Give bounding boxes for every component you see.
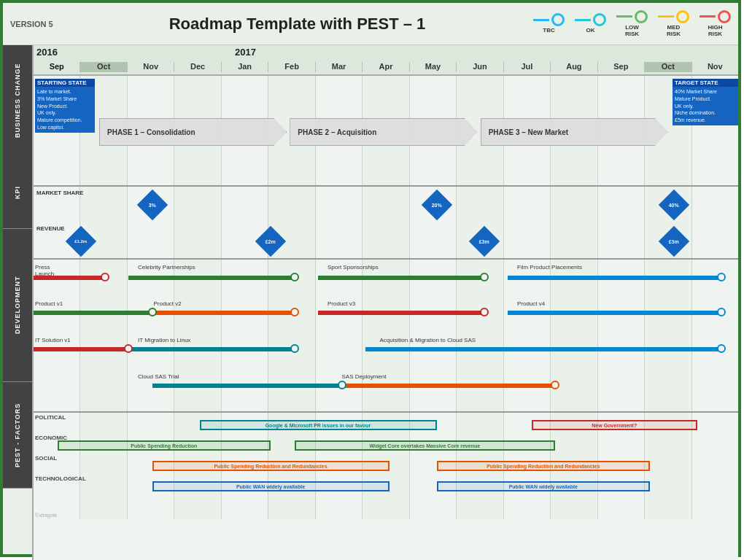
prod-v4-end (717, 308, 726, 316)
row-labels: Business Change KPI Development PEST - F… (3, 45, 34, 560)
pest-section: POLITICAL Google & Microsoft PR issues i… (34, 413, 738, 519)
social-bar2: Public Spending Reduction and Redundanci… (437, 461, 651, 471)
it-mig-label: IT Migration to Linux (138, 337, 190, 343)
month-mar: Mar (316, 62, 363, 72)
film-bar (508, 276, 721, 280)
phase2-arrow: PHASE 2 – Acquisition (290, 118, 477, 146)
cloud-sas-label: Cloud SAS Trial (138, 373, 179, 380)
diamond-rev-4: £3m (658, 226, 689, 257)
med-line (658, 15, 674, 18)
it-sol-label: IT Solution v1 (35, 337, 71, 343)
low-label: LOWRISK (625, 25, 639, 38)
diamond-market-40: 40% (658, 190, 689, 220)
it-sol-bar (34, 347, 128, 351)
tbc-circle (551, 13, 565, 26)
diamond-rev-1: £1.2m (66, 226, 96, 257)
target-state-content: 40% Market ShareMature Product.UK only.N… (675, 88, 736, 124)
acq-mig-label: Acquisition & Migration to Cloud SAS (380, 337, 476, 343)
month-oct: Oct (80, 62, 127, 72)
cloud-sas-end (338, 381, 346, 389)
prod-v3-end (480, 308, 489, 316)
legend-med: MEDRISK (658, 10, 689, 38)
legend-high-line (700, 10, 731, 23)
month-jun: Jun (457, 62, 503, 72)
it-sol-end (124, 344, 133, 353)
month-apr: Apr (363, 62, 409, 72)
phase-arrows: PHASE 1 – Consolidation PHASE 2 – Acquis… (99, 118, 668, 146)
legend: TBC OK LOWRISK (533, 10, 731, 38)
tbc-label: TBC (543, 28, 554, 34)
it-mig-bar (128, 347, 295, 351)
dev-grid (34, 260, 738, 411)
month-nov2017: Nov (692, 62, 738, 72)
month-dec: Dec (174, 62, 221, 72)
kpi-grid (34, 187, 738, 258)
it-mig-end (290, 344, 299, 353)
ok-circle (593, 13, 606, 26)
high-circle (718, 10, 731, 23)
grid-area: Sep Oct Nov Dec Jan Feb Mar Apr May Jun … (34, 45, 738, 560)
month-aug: Aug (551, 62, 597, 72)
main-container: VERSION 5 Roadmap Template with PEST – 1… (0, 0, 741, 557)
high-label: HIGHRISK (708, 25, 723, 38)
sport-label: Sport Sponsorships (328, 264, 379, 271)
film-end (717, 273, 726, 281)
legend-low-line (616, 10, 648, 23)
pub-spend-bar: Public Spending Reduction (58, 440, 271, 451)
wan-bar2: Public WAN widely available (437, 481, 651, 491)
political-label: POLITICAL (35, 414, 66, 421)
year-2017: 2017 (235, 47, 256, 58)
prod-v2-end (290, 308, 299, 316)
phase1-arrow: PHASE 1 – Consolidation (99, 118, 287, 146)
sport-bar (318, 276, 484, 280)
med-circle (676, 10, 689, 23)
new-govt-bar: New Government? (532, 420, 698, 430)
months-row: Sep Oct Nov Dec Jan Feb Mar Apr May Jun … (34, 45, 738, 74)
prod-v3-label: Product v3 (328, 300, 355, 307)
prod-v1-bar (34, 311, 152, 315)
ok-label: OK (586, 28, 595, 34)
press-launch-bar (34, 276, 105, 280)
press-launch-end (101, 273, 109, 281)
high-line (700, 15, 716, 18)
prod-v3-bar (318, 311, 484, 315)
version-label: VERSION 5 (10, 20, 61, 28)
ok-line (575, 19, 591, 21)
kpi-label-side: KPI (3, 156, 32, 229)
target-state-title: TARGET STATE (673, 79, 738, 87)
film-label: Film Product Placements (517, 264, 582, 271)
google-pr-bar: Google & Microsoft PR issues in our favo… (200, 420, 437, 430)
phase3-label: PHASE 3 (489, 128, 520, 136)
low-line (616, 15, 632, 18)
month-oct2017: Oct (645, 62, 691, 72)
sas-dep-label: SAS Deployment (342, 373, 387, 380)
diamond-market-20: 20% (421, 190, 452, 220)
widget-core-bar: Widget Core overtakes Massive Core reven… (295, 440, 556, 451)
diamond-rev-2: £2m (255, 226, 286, 257)
month-may: May (410, 62, 457, 72)
celebrity-end (290, 273, 299, 281)
tech-label: TECHNOLOGICAL (35, 475, 86, 482)
sas-dep-bar (342, 384, 556, 388)
timeline-header: Sep Oct Nov Dec Jan Feb Mar Apr May Jun … (34, 45, 738, 76)
diamond-market-3: 3% (136, 190, 167, 220)
starting-state-content: Late to market.3% Market ShareNew Produc… (37, 88, 93, 131)
wan-bar1: Public WAN widely available (152, 481, 390, 491)
month-feb: Feb (268, 62, 315, 72)
celebrity-label: Celebrity Partnerships (138, 264, 195, 271)
phase2-label: PHASE 2 (298, 128, 329, 136)
starting-state-box: STARTING STATE Late to market.3% Market … (35, 79, 95, 133)
business-label: Business Change (3, 45, 32, 156)
prod-v2-label: Product v2 (154, 300, 182, 307)
pest-label: PEST - Factors (3, 382, 32, 489)
header: VERSION 5 Roadmap Template with PEST – 1… (3, 3, 738, 45)
med-label: MEDRISK (667, 25, 681, 38)
celebrity-bar (128, 276, 295, 280)
prod-v4-bar (508, 311, 721, 315)
diamond-rev-3: £3m (468, 226, 499, 257)
legend-ok: OK (575, 13, 606, 34)
phase1-label: PHASE 1 (107, 128, 139, 136)
sas-dep-end (551, 381, 559, 389)
social-bar1: Public Spending Reduction and Redundanci… (152, 461, 390, 471)
month-sep2016: Sep (34, 62, 80, 72)
